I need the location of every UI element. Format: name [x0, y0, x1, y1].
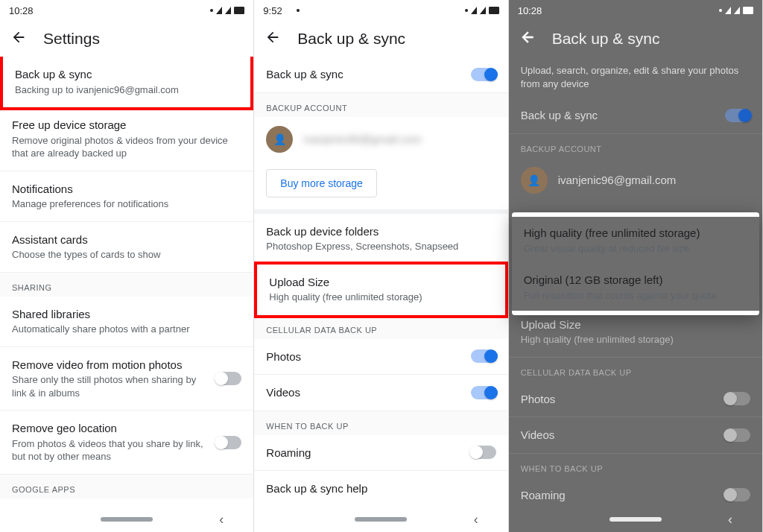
status-dot-icon [297, 9, 300, 12]
option-title: Original (12 GB storage left) [524, 273, 747, 288]
signal-icon [216, 7, 222, 14]
row-title: Remove geo location [12, 421, 209, 436]
section-backup-account: BACKUP ACCOUNT [509, 134, 762, 158]
row-photos-cellular: Photos [509, 381, 762, 418]
back-arrow-icon[interactable] [519, 29, 536, 48]
battery-icon [234, 7, 244, 14]
battery-icon [743, 7, 753, 14]
row-free-up-storage[interactable]: Free up device storage Remove original p… [0, 107, 253, 171]
page-title: Back up & sync [552, 30, 660, 48]
row-backup-account: 👤 ivanjenic96@gmail.com [509, 158, 762, 203]
row-title: Upload Size [269, 275, 493, 290]
toggle-remove-geo[interactable] [216, 436, 241, 449]
option-high-quality[interactable]: High quality (free unlimited storage) Gr… [512, 217, 759, 264]
phone-backup-sync: 9:52 Back up & sync Back up & sync BACKU… [254, 0, 508, 532]
toggle-backup-sync [725, 109, 750, 122]
signal-icon [225, 7, 231, 14]
section-cellular: CELLULAR DATA BACK UP [254, 315, 507, 339]
row-backup-account[interactable]: 👤 ivanjenic96@gmail.com [254, 117, 507, 162]
row-assistant-cards[interactable]: Assistant cards Choose the types of card… [0, 222, 253, 273]
row-subtitle: Choose the types of cards to show [12, 248, 241, 262]
row-title: Free up device storage [12, 118, 241, 133]
phone-settings: 10:28 Settings Back up & sync Backing up… [0, 0, 254, 532]
highlight-upload-size: Upload Size High quality (free unlimited… [254, 262, 507, 318]
row-title: Photos [266, 349, 463, 364]
settings-list: Back up & sync Backing up to ivanjenic96… [0, 57, 253, 507]
row-title: Back up & sync [521, 108, 718, 123]
buy-more-storage-button[interactable]: Buy more storage [266, 169, 377, 197]
row-device-folders[interactable]: Back up device folders Photoshop Express… [254, 214, 507, 265]
status-dot-icon [465, 9, 468, 12]
toggle-roaming [725, 488, 750, 501]
page-title: Settings [43, 30, 100, 48]
nav-back-icon[interactable]: ‹ [474, 512, 478, 528]
status-bar: 10:28 [0, 0, 253, 21]
section-google-apps: GOOGLE APPS [0, 475, 253, 498]
app-bar: Back up & sync [509, 21, 762, 57]
row-title: Videos [521, 428, 718, 443]
row-title: Roaming [266, 446, 463, 460]
signal-icon [734, 7, 740, 14]
row-subtitle: Manage preferences for notifications [12, 197, 241, 211]
section-cellular: CELLULAR DATA BACK UP [509, 358, 762, 381]
account-email: ivanjenic96@gmail.com [303, 132, 422, 147]
row-title: Back up & sync [15, 67, 238, 82]
row-title: Back up & sync [266, 67, 463, 82]
row-subtitle: Backing up to ivanjenic96@gmail.com [15, 83, 238, 97]
row-subtitle: Photoshop Express, Screenshots, Snapseed [266, 240, 496, 253]
upload-size-dialog[interactable]: High quality (free unlimited storage) Gr… [512, 212, 759, 315]
toggle-backup-sync[interactable] [471, 68, 496, 81]
row-videos-cellular: Videos [509, 417, 762, 454]
app-bar: Settings [0, 21, 253, 57]
row-shared-libraries[interactable]: Shared libraries Automatically share pho… [0, 297, 253, 347]
status-bar: 9:52 [254, 0, 507, 21]
row-roaming[interactable]: Roaming [254, 435, 507, 472]
battery-icon [489, 7, 499, 14]
option-original[interactable]: Original (12 GB storage left) Full resol… [512, 264, 759, 311]
row-title: Remove video from motion photos [12, 358, 209, 373]
toggle-videos-cellular [725, 428, 750, 442]
row-title: Photos [521, 392, 718, 407]
toggle-videos-cellular[interactable] [471, 386, 496, 399]
row-photos-cellular[interactable]: Photos [254, 339, 507, 376]
nav-back-icon[interactable]: ‹ [728, 512, 732, 528]
toggle-photos-cellular [725, 392, 750, 405]
row-remove-geo[interactable]: Remove geo location From photos & videos… [0, 411, 253, 475]
row-backup-sync[interactable]: Back up & sync Backing up to ivanjenic96… [3, 57, 250, 107]
signal-icon [725, 7, 731, 14]
row-backup-help[interactable]: Back up & sync help [254, 471, 507, 507]
row-title: Shared libraries [12, 307, 241, 322]
status-dot-icon [719, 9, 722, 12]
signal-icon [480, 7, 486, 14]
section-when: WHEN TO BACK UP [254, 411, 507, 435]
avatar: 👤 [521, 167, 548, 194]
row-title: Back up & sync help [266, 481, 496, 496]
app-bar: Back up & sync [254, 21, 507, 57]
row-google-drive[interactable]: Google Drive Sync photos & videos from G… [0, 498, 253, 507]
nav-home-pill[interactable] [355, 517, 407, 522]
row-backup-sync-toggle[interactable]: Back up & sync [254, 57, 507, 93]
row-remove-motion[interactable]: Remove video from motion photos Share on… [0, 347, 253, 411]
account-email: ivanjenic96@gmail.com [558, 173, 677, 188]
backup-sync-list: Back up & sync BACKUP ACCOUNT 👤 ivanjeni… [254, 57, 507, 507]
row-backup-sync-toggle: Back up & sync [509, 98, 762, 134]
nav-back-icon[interactable]: ‹ [219, 512, 224, 528]
avatar: 👤 [266, 126, 293, 153]
row-videos-cellular[interactable]: Videos [254, 375, 507, 411]
page-title: Back up & sync [297, 30, 405, 48]
back-arrow-icon[interactable] [10, 29, 27, 48]
back-arrow-icon[interactable] [265, 29, 281, 48]
phone-upload-size-dialog: 10:28 Back up & sync Upload, search, org… [509, 0, 763, 532]
toggle-roaming[interactable] [471, 446, 496, 459]
row-notifications[interactable]: Notifications Manage preferences for not… [0, 171, 253, 222]
row-upload-size[interactable]: Upload Size High quality (free unlimited… [257, 265, 504, 315]
row-title: Upload Size [521, 317, 750, 332]
system-nav-bar: ‹ [509, 507, 762, 532]
status-dot-icon [210, 9, 213, 12]
signal-icon [471, 7, 477, 14]
toggle-remove-motion[interactable] [216, 372, 241, 385]
toggle-photos-cellular[interactable] [471, 349, 496, 363]
nav-home-pill[interactable] [101, 517, 153, 522]
system-nav-bar: ‹ [254, 507, 507, 532]
nav-home-pill[interactable] [610, 517, 662, 522]
